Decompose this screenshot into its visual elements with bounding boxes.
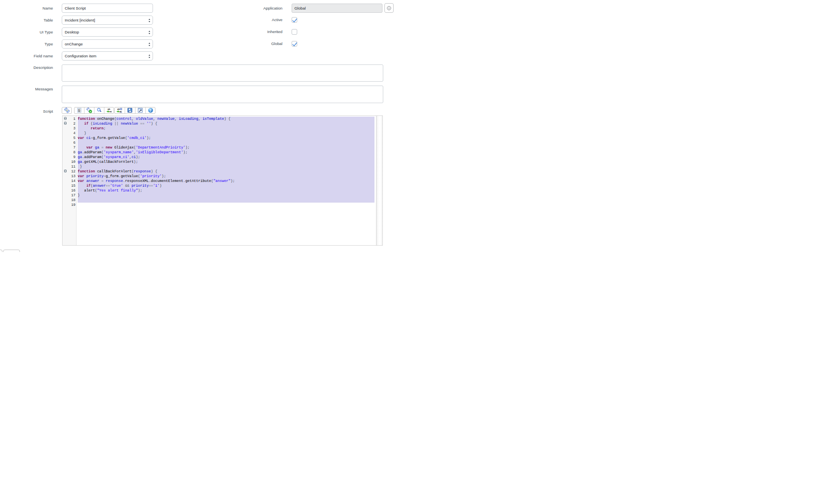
svg-text:ac: ac: [110, 110, 112, 113]
svg-text:?: ?: [149, 108, 151, 113]
svg-text:ab: ab: [117, 108, 120, 110]
svg-text:ac: ac: [120, 110, 122, 113]
svg-text:ab: ab: [108, 108, 111, 110]
